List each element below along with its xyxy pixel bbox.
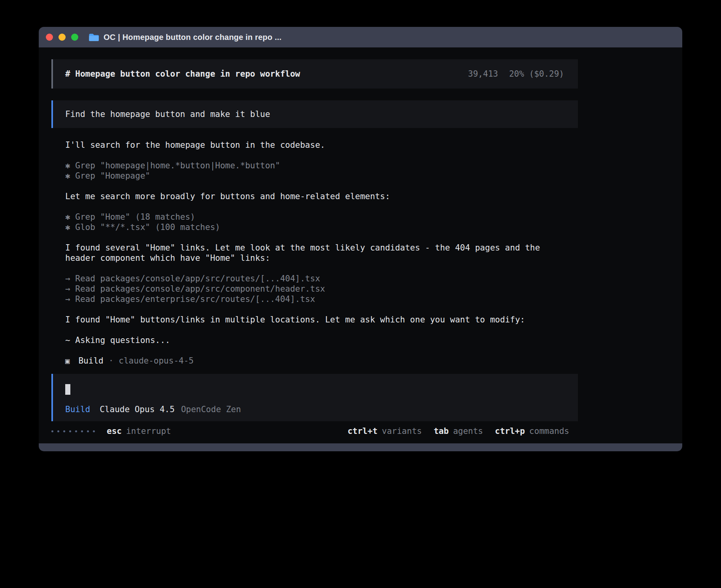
status-asking-questions: ~ Asking questions... [65,335,564,345]
input-provider-label: OpenCode Zen [181,404,241,415]
title-bar[interactable]: OC | Homepage button color change in rep… [39,27,682,47]
terminal-content: # Homepage button color change in repo w… [39,47,682,436]
folder-icon [89,33,99,41]
session-stats: 39,413 20% ($0.29) [468,69,564,79]
agent-icon: ▣ [65,356,70,366]
tool-call-glob: ✱ Glob "**/*.tsx" (100 matches) [65,222,564,232]
close-button[interactable] [46,34,53,41]
esc-key-hint: esc [107,426,122,436]
status-bar-right: ctrl+t variants tab agents ctrl+p comman… [347,426,569,436]
shortcut-key: ctrl+t [347,426,377,436]
spinner-dots-icon [51,430,95,432]
terminal-window: OC | Homepage button color change in rep… [39,27,682,451]
assistant-text: I'll search for the homepage button in t… [65,140,564,150]
shortcut-variants: ctrl+t variants [347,426,422,436]
input-agent-label[interactable]: Build [65,404,90,415]
model-status-line: Build Claude Opus 4.5 OpenCode Zen [65,404,564,415]
shortcut-key: ctrl+p [495,426,525,436]
tool-call-read: → Read packages/console/app/src/componen… [65,284,564,294]
assistant-text: I found "Home" buttons/links in multiple… [65,315,564,325]
minimize-button[interactable] [59,34,66,41]
session-header: # Homepage button color change in repo w… [51,59,578,89]
user-message-text: Find the homepage button and make it blu… [65,109,270,119]
agent-name: Build [78,356,103,366]
window-title: OC | Homepage button color change in rep… [104,33,281,42]
assistant-text: I found several "Home" links. Let me loo… [65,243,564,263]
token-count: 39,413 [468,69,498,79]
tool-call-read: → Read packages/enterprise/src/routes/[.… [65,294,564,304]
shortcut-commands: ctrl+p commands [495,426,569,436]
window-bottom-edge [39,443,682,451]
tool-call-grep: ✱ Grep "homepage|home.*button|Home.*butt… [65,160,564,171]
text-cursor [65,384,70,395]
user-message: Find the homepage button and make it blu… [51,100,578,128]
separator-dot: · [109,356,114,366]
assistant-transcript: I'll search for the homepage button in t… [51,140,578,366]
shortcut-label: agents [453,426,483,436]
status-bar: esc interrupt ctrl+t variants tab agents… [51,426,578,436]
tool-call-grep: ✱ Grep "Homepage" [65,171,564,181]
agent-status-line: ▣ Build · claude-opus-4-5 [65,356,564,366]
tool-call-read: → Read packages/console/app/src/routes/[… [65,273,564,284]
tui-column: # Homepage button color change in repo w… [51,59,578,436]
shortcut-label: commands [529,426,569,436]
shortcut-agents: tab agents [434,426,483,436]
shortcut-key: tab [434,426,449,436]
tool-call-grep: ✱ Grep "Home" (18 matches) [65,212,564,222]
assistant-text: Let me search more broadly for buttons a… [65,191,564,202]
session-title: # Homepage button color change in repo w… [65,69,300,79]
agent-model: claude-opus-4-5 [119,356,194,366]
context-cost: 20% ($0.29) [509,69,564,79]
status-bar-left: esc interrupt [51,426,171,436]
shortcut-label: variants [382,426,422,436]
zoom-button[interactable] [71,34,78,41]
input-model-label[interactable]: Claude Opus 4.5 [100,404,175,415]
prompt-input[interactable]: Build Claude Opus 4.5 OpenCode Zen [51,374,578,421]
esc-key-label: interrupt [126,426,171,436]
traffic-lights [46,34,78,41]
